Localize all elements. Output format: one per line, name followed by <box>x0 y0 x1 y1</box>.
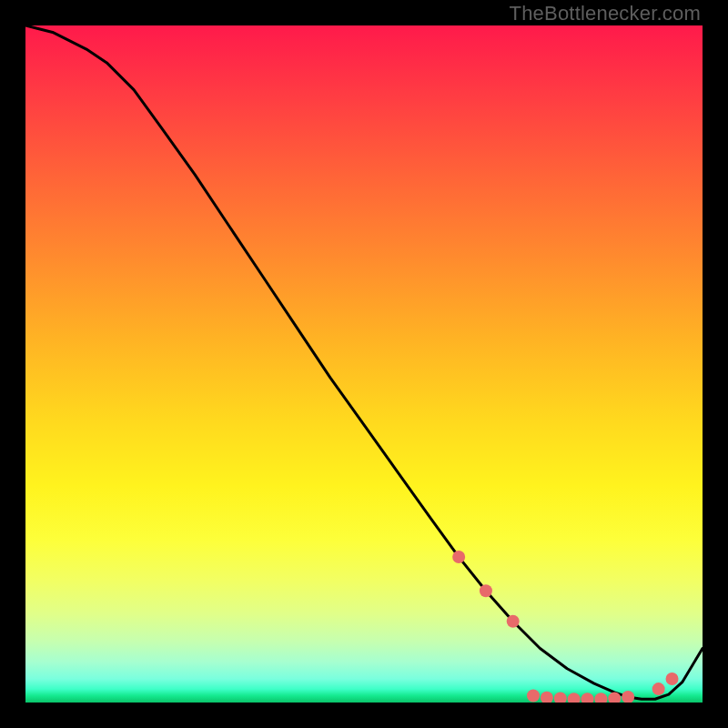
curve-marker-dot <box>652 682 665 695</box>
chart-frame: TheBottlenecker.com <box>0 0 728 728</box>
curve-marker-dot <box>568 693 581 703</box>
curve-marker-dot <box>666 672 679 685</box>
chart-svg <box>25 25 703 703</box>
plot-area <box>25 25 703 703</box>
curve-markers <box>452 551 678 703</box>
watermark-text: TheBottlenecker.com <box>510 2 701 25</box>
curve-marker-dot <box>527 690 540 703</box>
curve-marker-dot <box>554 693 567 703</box>
curve-marker-dot <box>507 615 520 628</box>
curve-marker-dot <box>594 693 607 703</box>
curve-marker-dot <box>541 692 553 703</box>
curve-marker-dot <box>581 693 594 703</box>
bottleneck-curve <box>25 25 703 699</box>
curve-marker-dot <box>480 584 492 597</box>
curve-marker-dot <box>622 691 634 703</box>
curve-marker-dot <box>452 551 465 563</box>
